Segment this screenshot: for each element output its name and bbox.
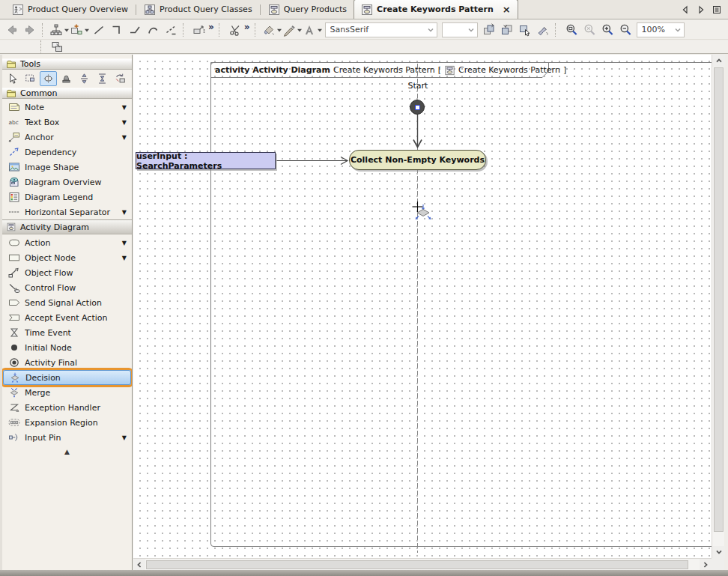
palette-item-input-pin[interactable]: Input Pin▼ xyxy=(2,430,132,445)
palette-item-image-shape[interactable]: Image Shape xyxy=(2,160,132,175)
overflow-chevron-icon[interactable]: » xyxy=(244,22,250,32)
palette-item-object-node[interactable]: Object Node▼ xyxy=(2,250,132,265)
combo-chevron-icon[interactable] xyxy=(427,26,434,34)
palette-item-note[interactable]: Note▼ xyxy=(2,100,132,115)
bend-path-button[interactable] xyxy=(126,22,144,38)
dropdown-arrow-icon[interactable]: ▼ xyxy=(122,104,127,111)
dropdown-caret-icon[interactable] xyxy=(64,27,70,33)
palette-item-expansion-region[interactable]: Expansion Region xyxy=(2,415,132,430)
horizontal-scroll-thumb[interactable] xyxy=(146,560,688,569)
palette-item-action[interactable]: Action▼ xyxy=(2,235,132,250)
palette-section-activity-diagram[interactable]: Activity Diagram xyxy=(2,219,132,234)
palette-item-time-event[interactable]: Time Event xyxy=(2,325,132,340)
dropdown-arrow-icon[interactable]: ▼ xyxy=(122,134,127,141)
font-size-select[interactable] xyxy=(442,22,478,37)
scroll-left-icon[interactable] xyxy=(133,559,145,571)
tab-query-products[interactable]: Query Products xyxy=(261,1,354,19)
initial-node[interactable] xyxy=(410,100,425,115)
scroll-right-icon[interactable] xyxy=(700,559,712,571)
diagram-canvas[interactable]: activity Activity Diagram Create Keyword… xyxy=(133,55,712,558)
overflow-chevron-icon[interactable]: » xyxy=(208,22,214,32)
custom-path-button[interactable] xyxy=(162,22,180,38)
palette-item-anchor[interactable]: Anchor▼ xyxy=(2,130,132,145)
font-family-select[interactable]: SansSerif xyxy=(325,22,437,37)
palette-item-text-box[interactable]: abcText Box▼ xyxy=(2,115,132,130)
palette-item-accept-event-action[interactable]: Accept Event Action xyxy=(2,310,132,325)
navigate-forward-button[interactable] xyxy=(21,22,39,38)
palette-item-exception-handler[interactable]: Exception Handler xyxy=(2,400,132,415)
oblique-path-button[interactable] xyxy=(90,22,108,38)
palette-item-merge[interactable]: Merge xyxy=(2,385,132,400)
distribute-tool-button[interactable] xyxy=(76,71,93,86)
palette-item-object-flow[interactable]: Object Flow xyxy=(2,265,132,280)
font-color-button[interactable] xyxy=(303,22,323,38)
next-tab-icon[interactable] xyxy=(697,5,706,14)
dropdown-arrow-icon[interactable]: ▼ xyxy=(122,434,127,441)
display-paths-button[interactable] xyxy=(190,22,208,38)
palette-section-common[interactable]: Common xyxy=(2,88,132,99)
vcompress-icon xyxy=(96,73,109,85)
palette-item-label: Time Event xyxy=(25,328,127,338)
dropdown-arrow-icon[interactable]: ▼ xyxy=(122,119,127,126)
palette-scroll-up[interactable]: ▲ xyxy=(2,446,132,457)
tab-close-icon[interactable]: × xyxy=(503,4,511,14)
action-node[interactable]: Collect Non-Empty Keywords xyxy=(349,150,486,170)
palette-item-activity-final[interactable]: Activity Final xyxy=(2,355,132,370)
navigate-back-button[interactable] xyxy=(3,22,21,38)
layout-tool-button[interactable] xyxy=(112,71,129,86)
fill-color-button[interactable] xyxy=(262,22,282,38)
dropdown-caret-icon[interactable] xyxy=(297,27,303,33)
stamp-tool-button[interactable] xyxy=(58,71,75,86)
zoom-region-button[interactable] xyxy=(562,22,580,38)
dropdown-caret-icon[interactable] xyxy=(84,27,90,33)
palette-item-decision[interactable]: Decision xyxy=(3,370,131,385)
select-tool-button[interactable] xyxy=(4,71,21,86)
vertical-scrollbar[interactable] xyxy=(712,55,724,558)
combo-chevron-icon[interactable] xyxy=(467,26,475,34)
palette-item-horizontal-separator[interactable]: Horizontal Separator▼ xyxy=(2,204,132,219)
palette-item-initial-node[interactable]: Initial Node xyxy=(2,340,132,355)
object-node[interactable]: userInput : SearchParameters xyxy=(136,152,276,169)
containment-tree-button[interactable] xyxy=(49,22,70,38)
palette-item-diagram-legend[interactable]: Diagram Legend xyxy=(2,190,132,204)
vertical-scroll-thumb[interactable] xyxy=(714,67,724,532)
curved-path-button[interactable] xyxy=(144,22,162,38)
horizontal-scrollbar[interactable] xyxy=(133,558,712,570)
format-painter-button[interactable] xyxy=(534,22,552,38)
tab-product-query-classes[interactable]: Product Query Classes xyxy=(137,1,259,19)
tab-create-keywords-pattern[interactable]: Create Keywords Pattern× xyxy=(354,0,518,19)
line-color-button[interactable] xyxy=(282,22,303,38)
sticky-draw-tool-button[interactable] xyxy=(40,71,57,86)
dropdown-arrow-icon[interactable]: ▼ xyxy=(122,240,127,246)
dropdown-caret-icon[interactable] xyxy=(276,27,282,33)
toolbar-separator xyxy=(255,23,259,37)
compress-tool-button[interactable] xyxy=(94,71,111,86)
dropdown-arrow-icon[interactable]: ▼ xyxy=(122,209,127,216)
to-front-button[interactable] xyxy=(480,22,498,38)
select-related-button[interactable] xyxy=(516,22,534,38)
rectilinear-path-button[interactable] xyxy=(108,22,126,38)
dropdown-caret-icon[interactable] xyxy=(317,27,323,33)
cut-paths-button[interactable] xyxy=(226,22,244,38)
action-node-label: Collect Non-Empty Keywords xyxy=(351,155,485,165)
scroll-up-icon[interactable] xyxy=(712,55,725,67)
scroll-down-icon[interactable] xyxy=(712,546,725,558)
palette-item-diagram-overview[interactable]: Diagram Overview xyxy=(2,175,132,190)
add-element-button[interactable] xyxy=(70,22,90,38)
related-elements-button[interactable] xyxy=(48,39,66,55)
palette-item-dependency[interactable]: Dependency xyxy=(2,145,132,160)
palette-item-send-signal-action[interactable]: Send Signal Action xyxy=(2,295,132,310)
palette-item-label: Object Node xyxy=(25,253,118,263)
to-back-button[interactable] xyxy=(498,22,516,38)
prev-tab-icon[interactable] xyxy=(681,5,690,14)
palette-section-tools[interactable]: Tools xyxy=(2,58,132,70)
zoom-in-button[interactable] xyxy=(598,22,616,38)
palette-item-control-flow[interactable]: Control Flow xyxy=(2,280,132,295)
zoom-out-button[interactable] xyxy=(616,22,634,38)
combo-chevron-icon[interactable] xyxy=(674,26,682,34)
tab-list-icon[interactable] xyxy=(712,5,721,14)
tab-product-query-overview[interactable]: Product Query Overview xyxy=(5,1,135,19)
dropdown-arrow-icon[interactable]: ▼ xyxy=(122,255,127,261)
zoom-level-select[interactable]: 100% xyxy=(637,22,685,37)
multi-select-tool-button[interactable] xyxy=(22,71,39,86)
